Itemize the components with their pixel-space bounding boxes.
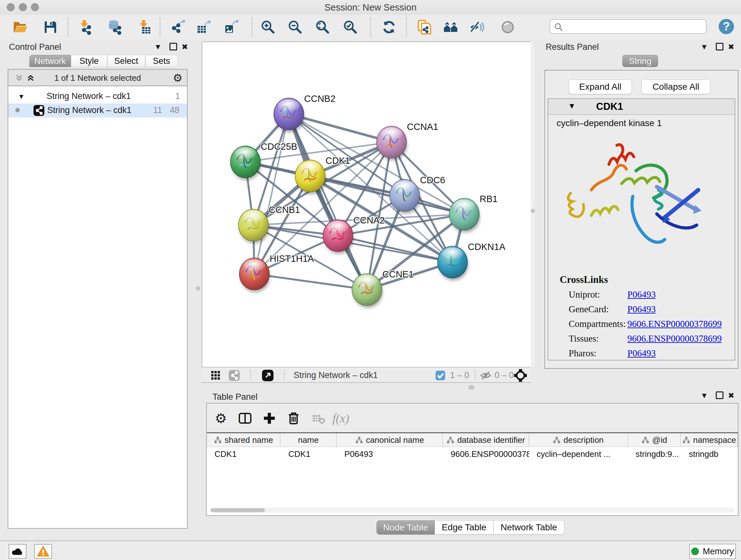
column-tree-icon — [214, 436, 221, 444]
control-panel-close-icon[interactable]: ✖ — [180, 43, 190, 51]
network-row-selected[interactable]: String Network – cdk1 11 48 — [8, 104, 187, 118]
table-cell[interactable]: P06493 — [337, 449, 443, 459]
crosslink-value-link[interactable]: P06493 — [627, 348, 656, 359]
network-options-gear-icon[interactable]: ⚙ — [173, 71, 183, 84]
grid-view-icon[interactable] — [211, 370, 221, 381]
memory-status-dot — [691, 548, 699, 555]
tree-expand-icon[interactable]: ▼ — [18, 92, 25, 101]
tab-edge-table[interactable]: Edge Table — [434, 520, 493, 535]
canvas-right-splitter[interactable] — [531, 42, 534, 367]
column-header-database-identifier[interactable]: database identifier — [443, 433, 529, 447]
tab-network-table[interactable]: Network Table — [493, 520, 564, 535]
table-horizontal-scrollbar[interactable] — [210, 508, 735, 513]
column-header-namespace[interactable]: namespace — [681, 433, 738, 447]
left-splitter-handle[interactable] — [196, 287, 200, 291]
warnings-button[interactable] — [34, 544, 52, 559]
zoom-in-icon[interactable] — [259, 19, 276, 36]
crosshair-icon[interactable] — [514, 369, 527, 382]
help-icon[interactable]: ? — [719, 19, 734, 34]
node-label-CDKN1A: CDKN1A — [468, 242, 506, 252]
column-header-shared-name[interactable]: shared name — [207, 433, 280, 447]
table-cell[interactable]: CDK1 — [280, 449, 337, 459]
crosslink-value-link[interactable]: P06493 — [627, 289, 656, 300]
add-column-icon[interactable] — [260, 409, 278, 427]
node-CCNE1[interactable]: CCNE1 — [352, 269, 414, 308]
network-view-toolbar: String Network – cdk1 1 – 0 0 – 0 — [202, 367, 531, 383]
network-collection-row[interactable]: ▼ String Network – cdk1 1 — [8, 91, 187, 104]
column-header-name[interactable]: name — [280, 433, 337, 447]
save-session-icon[interactable] — [42, 19, 59, 36]
collapse-all-button[interactable]: Collapse All — [642, 79, 711, 94]
node-CDC25B[interactable]: CDC25B — [230, 141, 297, 180]
network-list-panel: 1 of 1 Network selected ⚙ ▼ String Netwo… — [8, 69, 188, 529]
network-canvas[interactable]: CCNB2CCNA1CDC25BCDK1CDC6RB1CCNB1CCNA2CDK… — [202, 42, 531, 367]
show-all-networks-icon[interactable] — [442, 19, 459, 36]
open-session-icon[interactable] — [12, 19, 28, 36]
selected-checkbox-icon[interactable] — [435, 370, 446, 381]
scrollbar-thumb[interactable] — [211, 508, 265, 512]
export-image-icon[interactable] — [223, 19, 239, 36]
column-header-label: description — [563, 435, 604, 445]
table-panel-close-icon[interactable]: ✖ — [726, 391, 736, 400]
results-panel-maximize-icon[interactable] — [715, 43, 724, 51]
import-table-file-icon[interactable] — [136, 19, 152, 36]
birdseye-icon[interactable] — [262, 369, 274, 381]
column-header-canonical-name[interactable]: canonical name — [337, 433, 443, 447]
share-view-icon[interactable] — [228, 370, 240, 381]
edge-CCNB2-HIST1H1A[interactable] — [254, 114, 289, 274]
node-HIST1H1A[interactable]: HIST1H1A — [239, 253, 314, 293]
node-CDKN1A[interactable]: CDKN1A — [437, 242, 506, 281]
hidden-eye-icon[interactable] — [480, 370, 491, 381]
edge-HIST1H1A-CCNE1[interactable] — [254, 274, 367, 290]
table-cell[interactable]: cyclin–dependent ... — [529, 449, 628, 459]
tab-sets[interactable]: Sets — [145, 55, 178, 67]
column-header-description[interactable]: description — [529, 433, 628, 447]
bottom-splitter-handle[interactable] — [468, 385, 474, 389]
cloud-button[interactable] — [9, 544, 26, 559]
export-network-icon[interactable] — [170, 19, 187, 36]
crosslink-value-link[interactable]: 9606.ENSP00000378699 — [627, 319, 722, 329]
table-cell[interactable]: stringdb:9... — [628, 449, 681, 459]
node-CCNB2[interactable]: CCNB2 — [274, 94, 335, 132]
zoom-out-icon[interactable] — [286, 19, 303, 36]
table-cell[interactable]: 9606.ENSP00000378699 — [443, 449, 529, 459]
refresh-view-icon[interactable] — [381, 19, 397, 36]
splitter-handle[interactable] — [531, 209, 535, 213]
import-network-database-icon[interactable] — [106, 19, 123, 36]
memory-button[interactable]: Memory — [689, 544, 736, 559]
zoom-fit-icon[interactable] — [314, 19, 331, 36]
network-graph[interactable]: CCNB2CCNA1CDC25BCDK1CDC6RB1CCNB1CCNA2CDK… — [202, 42, 530, 366]
tab-string[interactable]: String — [622, 55, 658, 67]
window-title: Session: New Session — [0, 2, 741, 13]
export-table-icon[interactable] — [195, 19, 212, 36]
results-panel-float-icon[interactable]: ▼ — [699, 43, 709, 51]
control-panel-float-icon[interactable]: ▼ — [153, 43, 163, 51]
zoom-selected-icon[interactable] — [342, 19, 358, 36]
table-panel-maximize-icon[interactable] — [715, 391, 724, 400]
tab-node-table[interactable]: Node Table — [377, 520, 434, 535]
column-header--id[interactable]: @id — [628, 433, 681, 447]
tab-style[interactable]: Style — [71, 55, 107, 67]
table-settings-gear-icon[interactable]: ⚙ — [212, 409, 230, 427]
control-panel-maximize-icon[interactable] — [169, 43, 178, 51]
results-panel-close-icon[interactable]: ✖ — [726, 43, 736, 51]
table-cell[interactable]: CDK1 — [207, 449, 280, 459]
hide-unhide-icon[interactable] — [469, 19, 486, 36]
node-RB1[interactable]: RB1 — [449, 194, 497, 233]
expand-all-button[interactable]: Expand All — [569, 79, 632, 94]
crosslink-value-link[interactable]: 9606.ENSP00000378699 — [627, 333, 722, 344]
table-cell[interactable]: stringdb — [681, 449, 738, 459]
import-network-file-icon[interactable] — [76, 19, 93, 36]
show-columns-icon[interactable] — [236, 409, 254, 427]
delete-column-icon[interactable] — [285, 409, 302, 427]
crosslink-value-link[interactable]: P06493 — [627, 304, 656, 314]
tab-network[interactable]: Network — [29, 55, 71, 67]
cdk1-section-header[interactable]: ▼ CDK1 — [548, 99, 735, 115]
global-search-input[interactable] — [567, 20, 702, 33]
node-CCNA1[interactable]: CCNA1 — [377, 122, 438, 161]
table-panel-float-icon[interactable]: ▼ — [699, 391, 709, 400]
section-collapse-icon[interactable]: ▼ — [568, 102, 576, 111]
table-row[interactable]: CDK1CDK1P064939606.ENSP00000378699cyclin… — [207, 447, 738, 461]
tab-select[interactable]: Select — [107, 55, 145, 67]
copy-style-icon[interactable] — [416, 19, 432, 36]
